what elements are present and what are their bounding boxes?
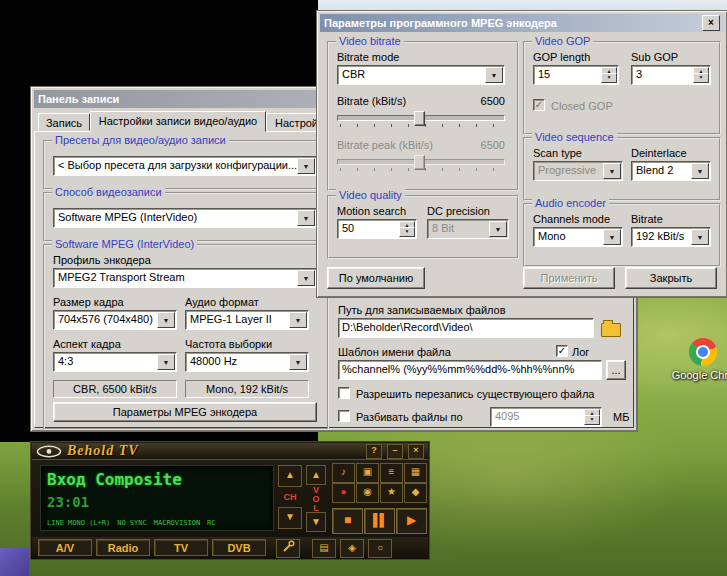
gop-length-spinner[interactable]: 15 ▲ ▼ <box>533 65 619 85</box>
close-button[interactable]: × <box>702 15 720 31</box>
channels-mode-combobox[interactable]: Mono ▼ <box>533 227 623 247</box>
dropdown-arrow-icon[interactable]: ▼ <box>157 312 175 328</box>
bitrate-slider[interactable] <box>337 111 505 127</box>
dropdown-arrow-icon[interactable]: ▼ <box>297 270 315 286</box>
channel-up-button[interactable]: ▲ <box>278 465 302 487</box>
about-button[interactable]: ○ <box>368 539 392 558</box>
template-browse-button[interactable]: ... <box>606 360 626 380</box>
play-button[interactable]: ▶ <box>396 508 427 534</box>
mode-tv-button[interactable]: TV <box>154 539 208 556</box>
settings-wrench-button[interactable] <box>276 539 300 558</box>
bitrate-mode-combobox[interactable]: CBR ▼ <box>337 65 505 85</box>
default-button[interactable]: По умолчанию <box>327 267 425 289</box>
dropdown-arrow-icon[interactable]: ▼ <box>297 158 315 174</box>
preset-combobox-value: < Выбор пресета для загрузки конфигураци… <box>58 159 298 171</box>
bitrate-peak-label: Bitrate peak (kBit/s) <box>337 139 433 151</box>
volume-control: ▲ VOL ▼ <box>306 465 326 529</box>
split-files-checkbox[interactable] <box>338 410 350 422</box>
aspect-combobox[interactable]: 4:3 ▼ <box>53 352 177 372</box>
motion-search-label: Motion search <box>337 205 406 217</box>
beholdtv-titlebar[interactable]: Behold TV ? – × <box>32 443 428 460</box>
browse-folder-icon[interactable] <box>601 323 621 337</box>
overwrite-checkbox-label: Разрешить перезапись существующего файла <box>356 388 594 400</box>
dropdown-arrow-icon[interactable]: ▼ <box>289 354 307 370</box>
deinterlace-combobox[interactable]: Blend 2 ▼ <box>631 161 711 181</box>
mode-av-button[interactable]: A/V <box>38 539 92 556</box>
desktop: Google Chro Behold TV ? – × Вход Composi… <box>0 0 727 576</box>
dropdown-arrow-icon[interactable]: ▼ <box>691 163 709 179</box>
source-button[interactable]: ◆ <box>404 483 427 503</box>
lcd-time: 23:01 <box>47 494 89 510</box>
record-method-combobox[interactable]: Software MPEG (InterVideo) ▼ <box>53 208 317 228</box>
snapshot-button[interactable]: ▣ <box>356 463 379 483</box>
help-button[interactable]: ? <box>366 444 382 459</box>
audio-bitrate-combobox[interactable]: 192 kBit/s ▼ <box>631 227 711 247</box>
frame-size-combobox[interactable]: 704x576 (704x480) ▼ <box>53 310 177 330</box>
mode-dvb-button[interactable]: DVB <box>212 539 266 556</box>
frame-size-combobox-value: 704x576 (704x480) <box>58 313 158 325</box>
tab-record[interactable]: Запись <box>38 113 90 131</box>
desktop-icon-chrome[interactable]: Google Chro <box>668 338 727 381</box>
mpeg-encoder-dialog: Параметры программного MPEG энкодера × V… <box>316 10 727 298</box>
favorites-button[interactable]: ★ <box>380 483 403 503</box>
presets-group: Пресеты для видео/аудио записи < Выбор п… <box>43 140 329 190</box>
record-method-group: Способ видеозаписи Software MPEG (InterV… <box>43 192 329 242</box>
scheduler-button[interactable]: ◈ <box>340 539 364 558</box>
minimize-button[interactable]: – <box>387 444 403 459</box>
audio-encoder-group: Audio encoder Channels mode Bitrate Mono… <box>523 203 721 267</box>
mode-radio-button[interactable]: Radio <box>96 539 150 556</box>
volume-up-button[interactable]: ▲ <box>306 465 326 485</box>
overwrite-checkbox[interactable] <box>338 387 350 399</box>
sub-gop-spinner[interactable]: 3 ▲ ▼ <box>631 65 711 85</box>
mpeg-encoder-params-button[interactable]: Параметры MPEG энкодера <box>53 402 317 422</box>
spin-down-icon[interactable]: ▼ <box>584 415 600 425</box>
lcd-indicators: LINE MONO (L+R) NO SYNC MACROVISION RC <box>47 519 216 527</box>
log-checkbox-label: Лог <box>572 346 589 358</box>
close-button[interactable]: × <box>408 444 424 459</box>
record-button[interactable]: ● <box>332 483 355 503</box>
spin-down-icon[interactable]: ▼ <box>399 227 415 237</box>
dropdown-arrow-icon[interactable]: ▼ <box>485 67 503 83</box>
log-checkbox[interactable]: ✓ <box>556 345 568 357</box>
dropdown-arrow-icon[interactable]: ▼ <box>691 229 709 245</box>
volume-down-button[interactable]: ▼ <box>306 512 326 532</box>
channel-down-button[interactable]: ▼ <box>278 507 302 529</box>
motion-search-spinner[interactable]: 50 ▲ ▼ <box>337 219 417 239</box>
encoder-profile-label: Профиль энкодера <box>53 254 151 266</box>
spin-down-icon[interactable]: ▼ <box>693 73 709 83</box>
record-panel-title: Панель записи <box>38 93 119 105</box>
spin-down-icon[interactable]: ▼ <box>601 73 617 83</box>
audio-format-combobox[interactable]: MPEG-1 Layer II ▼ <box>185 310 309 330</box>
osd-button[interactable]: ▦ <box>404 463 427 483</box>
close-dialog-button[interactable]: Закрыть <box>625 267 717 289</box>
mpeg-encoder-titlebar[interactable]: Параметры программного MPEG энкодера × <box>320 14 724 32</box>
beholdtv-title: Behold TV <box>67 443 139 459</box>
sample-rate-combobox[interactable]: 48000 Hz ▼ <box>185 352 309 372</box>
dropdown-arrow-icon[interactable]: ▼ <box>603 229 621 245</box>
dropdown-arrow-icon[interactable]: ▼ <box>297 210 315 226</box>
mute-button[interactable]: ♪ <box>332 463 355 483</box>
dc-precision-combobox-value: 8 Bit <box>432 222 490 234</box>
pause-button[interactable]: ▌▌ <box>364 508 395 534</box>
filename-template-input[interactable]: %channel% (%yy%%mm%%dd%-%hh%%nn% <box>338 360 602 380</box>
tab-video-audio-settings[interactable]: Настройки записи видео/аудио <box>90 111 266 132</box>
aspect-combobox-value: 4:3 <box>58 355 158 367</box>
record-path-input[interactable]: D:\Beholder\Record\Video\ <box>338 318 594 338</box>
preset-combobox[interactable]: < Выбор пресета для загрузки конфигураци… <box>53 156 317 176</box>
split-size-spinner[interactable]: 4095 ▲ ▼ <box>490 407 602 427</box>
bitrate-label: Bitrate (kBit/s) <box>337 95 406 107</box>
deinterlace-combobox-value: Blend 2 <box>636 164 692 176</box>
dc-precision-label: DC precision <box>427 205 490 217</box>
slider-thumb[interactable] <box>414 111 425 126</box>
beholdtv-body: Вход Composite 23:01 LINE MONO (L+R) NO … <box>32 460 428 539</box>
dropdown-arrow-icon[interactable]: ▼ <box>157 354 175 370</box>
wrench-icon <box>281 540 295 553</box>
encoder-profile-combobox[interactable]: MPEG2 Transport Stream ▼ <box>53 268 317 288</box>
stop-button[interactable]: ■ <box>332 508 363 534</box>
timeshift-button[interactable]: ◉ <box>356 483 379 503</box>
filename-template-label: Шаблон имени файла <box>338 346 451 358</box>
dc-precision-combobox: 8 Bit ▼ <box>427 219 509 239</box>
teletext-button[interactable]: ≡ <box>380 463 403 483</box>
dropdown-arrow-icon[interactable]: ▼ <box>289 312 307 328</box>
mixer-button[interactable]: ▤ <box>312 539 336 558</box>
